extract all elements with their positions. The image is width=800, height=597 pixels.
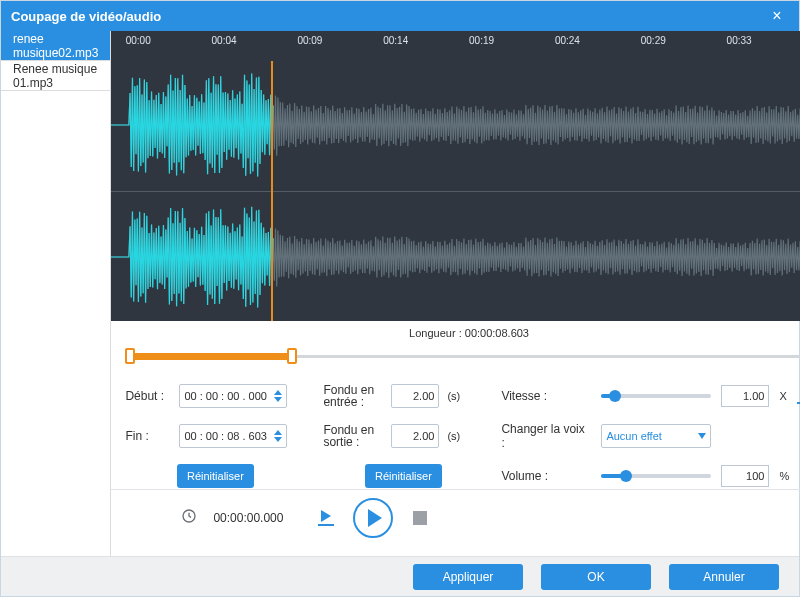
end-field: Fin : 00 : 00 : 08 . 603: [125, 423, 305, 449]
slider-knob[interactable]: [620, 470, 632, 482]
play-clip-button[interactable]: [315, 507, 337, 529]
start-value: 00 : 00 : 00 . 000: [184, 390, 267, 402]
stop-icon: [413, 511, 427, 525]
fade-in-field: Fondu en entrée : 2.00 (s): [323, 383, 483, 409]
titlebar[interactable]: Coupage de vidéo/audio ×: [1, 1, 799, 31]
spinner-icon[interactable]: [274, 430, 282, 442]
col-fade: Fondu en entrée : 2.00 (s) Fondu en sort…: [323, 383, 483, 489]
fade-in-input[interactable]: 2.00: [391, 384, 439, 408]
volume-field: Volume : 100 %: [501, 463, 800, 489]
volume-input[interactable]: 100: [721, 465, 769, 487]
length-readout: Longueur : 00:00:08.603: [111, 321, 800, 345]
file-name: renee musique02.mp3: [13, 32, 98, 60]
transport-bar: 00:00:00.000: [111, 489, 800, 545]
time-readout: 00:00:00.000: [213, 511, 299, 525]
voice-label: Changer la voix :: [501, 422, 591, 450]
speed-slider[interactable]: [601, 394, 711, 398]
ruler-tick: 00:24: [555, 31, 580, 61]
fade-in-unit: (s): [447, 390, 460, 402]
stop-button[interactable]: [409, 507, 431, 529]
fade-out-field: Fondu en sortie : 2.00 (s): [323, 423, 483, 449]
file-name: Renee musique 01.mp3: [13, 62, 98, 90]
sidebar: renee musique02.mp3 Renee musique 01.mp3: [1, 31, 111, 556]
fade-out-label: Fondu en sortie :: [323, 424, 383, 448]
trim-handle-start[interactable]: [125, 348, 135, 364]
speed-field: Vitesse : 1.00 X: [501, 383, 800, 409]
waveform[interactable]: [111, 61, 800, 321]
end-input[interactable]: 00 : 00 : 08 . 603: [179, 424, 287, 448]
volume-unit: %: [779, 470, 789, 482]
start-field: Début : 00 : 00 : 00 . 000: [125, 383, 305, 409]
play-icon: [321, 510, 331, 522]
footer: Appliquer OK Annuler: [1, 556, 799, 596]
ruler-tick: 00:19: [469, 31, 494, 61]
play-icon: [368, 509, 382, 527]
ruler-tick: 00:29: [641, 31, 666, 61]
voice-select[interactable]: Aucun effet: [601, 424, 711, 448]
speed-label: Vitesse :: [501, 389, 591, 403]
window-title: Coupage de vidéo/audio: [11, 9, 161, 24]
speed-unit: X: [779, 390, 786, 402]
apply-button[interactable]: Appliquer: [413, 564, 523, 590]
selection-marker[interactable]: [111, 61, 273, 321]
fade-in-label: Fondu en entrée :: [323, 384, 383, 408]
slider-knob[interactable]: [609, 390, 621, 402]
fade-out-input[interactable]: 2.00: [391, 424, 439, 448]
trim-handle-end[interactable]: [287, 348, 297, 364]
ruler-tick: 00:33: [727, 31, 752, 61]
timeline-ruler[interactable]: 00:0000:0400:0900:1400:1900:2400:2900:33…: [111, 31, 800, 61]
reset-start-end-button[interactable]: Réinitialiser: [177, 464, 254, 488]
sidebar-item-file[interactable]: Renee musique 01.mp3: [1, 61, 110, 91]
ok-button[interactable]: OK: [541, 564, 651, 590]
start-label: Début :: [125, 389, 171, 403]
voice-selected: Aucun effet: [606, 430, 661, 442]
ruler-tick: 00:09: [297, 31, 322, 61]
main: renee musique02.mp3 Renee musique 01.mp3…: [1, 31, 799, 556]
col-speed-voice-volume: Vitesse : 1.00 X Changer la voix : Aucun…: [501, 383, 800, 489]
trim-selection: [129, 353, 291, 360]
volume-label: Volume :: [501, 469, 591, 483]
trim-slider[interactable]: [111, 345, 800, 375]
close-icon[interactable]: ×: [765, 7, 789, 25]
clock-icon: [181, 508, 197, 528]
ruler-tick: 00:04: [212, 31, 237, 61]
reset-fade-button[interactable]: Réinitialiser: [365, 464, 442, 488]
chevron-down-icon: [698, 433, 706, 439]
ruler-tick: 00:00: [126, 31, 151, 61]
voice-field: Changer la voix : Aucun effet: [501, 423, 800, 449]
start-input[interactable]: 00 : 00 : 00 . 000: [179, 384, 287, 408]
volume-slider[interactable]: [601, 474, 711, 478]
speed-input[interactable]: 1.00: [721, 385, 769, 407]
params-panel: Début : 00 : 00 : 00 . 000 Fin : 00 : 00…: [111, 375, 800, 489]
spinner-icon[interactable]: [274, 390, 282, 402]
reset-fade-row: Réinitialiser: [323, 463, 483, 489]
end-value: 00 : 00 : 08 . 603: [184, 430, 267, 442]
cancel-button[interactable]: Annuler: [669, 564, 779, 590]
window: Coupage de vidéo/audio × renee musique02…: [0, 0, 800, 597]
sidebar-item-file[interactable]: renee musique02.mp3: [1, 31, 110, 61]
fade-out-unit: (s): [447, 430, 460, 442]
content: 00:0000:0400:0900:1400:1900:2400:2900:33…: [111, 31, 800, 556]
reset-start-end-row: Réinitialiser: [125, 463, 305, 489]
ruler-tick: 00:14: [383, 31, 408, 61]
col-start-end: Début : 00 : 00 : 00 . 000 Fin : 00 : 00…: [125, 383, 305, 489]
play-button[interactable]: [353, 498, 393, 538]
end-label: Fin :: [125, 429, 171, 443]
